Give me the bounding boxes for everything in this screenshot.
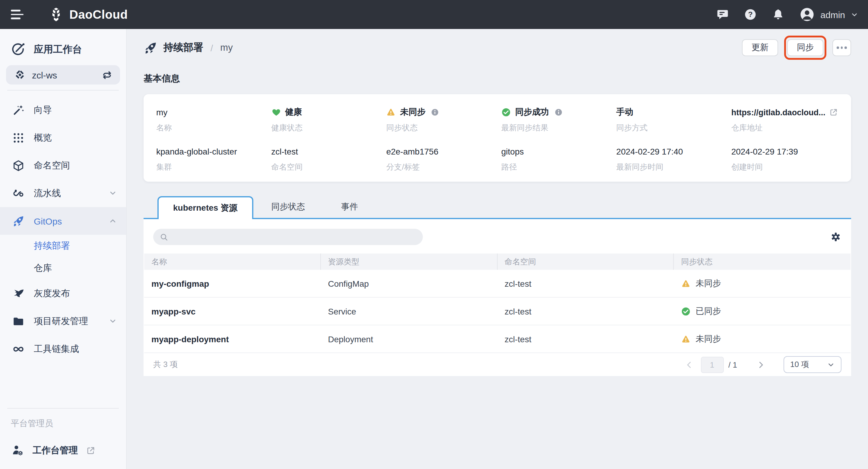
field-value[interactable]: https://gitlab.daocloud... [732, 108, 826, 117]
field-label: 仓库地址 [732, 122, 846, 134]
prev-page-icon[interactable] [684, 360, 693, 369]
tab-sync-status[interactable]: 同步状态 [253, 196, 323, 218]
field-value: zcl-test [271, 146, 386, 157]
info-icon[interactable] [554, 108, 563, 117]
daocloud-logo-icon [48, 7, 64, 22]
field-label: 集群 [156, 162, 271, 173]
section-title: 基本信息 [144, 73, 851, 85]
info-field-last-sync-time: 2024-02-29 17:40 最新同步时间 [616, 146, 731, 173]
notifications-icon[interactable] [772, 8, 785, 21]
sidebar-header: 应用工作台 [0, 37, 126, 62]
sidebar-item-namespace[interactable]: 命名空间 [0, 151, 126, 179]
column-header-type: 资源类型 [321, 254, 498, 270]
topbar-actions: ? admin [716, 7, 858, 22]
menu-toggle-icon[interactable] [11, 10, 24, 19]
sidebar-header-label: 应用工作台 [34, 43, 82, 56]
table-row[interactable]: myapp-deployment Deployment zcl-test 未同步 [144, 325, 850, 353]
resource-namespace: zcl-test [497, 298, 674, 325]
table-row[interactable]: myapp-svc Service zcl-test 已同步 [144, 298, 850, 325]
sidebar-item-overview[interactable]: 概览 [0, 124, 126, 151]
search-box[interactable] [153, 229, 423, 245]
sidebar-footer-divider [7, 408, 119, 409]
gear-icon[interactable] [830, 231, 841, 243]
chevron-up-icon [108, 217, 117, 225]
sidebar-item-repository[interactable]: 仓库 [0, 257, 126, 280]
tab-kubernetes-resources[interactable]: kubernetes 资源 [157, 196, 253, 219]
sidebar-item-label: 工具链集成 [34, 343, 79, 355]
sidebar-item-label: GitOps [34, 216, 62, 226]
chevron-down-icon [108, 317, 117, 325]
total-count: 共 3 项 [153, 359, 178, 370]
resource-name[interactable]: myapp-svc [144, 298, 321, 325]
sidebar-footer: 平台管理员 工作台管理 [0, 408, 126, 457]
field-value: e2e-amb1756 [386, 146, 501, 157]
heart-icon [271, 108, 281, 117]
current-page-input[interactable]: 1 [701, 356, 723, 373]
page-actions: 更新 同步 [742, 39, 851, 56]
workbench-admin-link[interactable]: 工作台管理 [0, 444, 126, 457]
more-actions-button[interactable] [832, 39, 851, 56]
switch-workspace-icon[interactable] [101, 69, 113, 81]
sync-button[interactable]: 同步 [787, 39, 824, 56]
warning-icon [681, 279, 691, 288]
breadcrumb-current: my [220, 42, 232, 53]
resource-namespace: zcl-test [497, 270, 674, 297]
page-header: 持续部署 / my 更新 同步 [144, 29, 851, 66]
column-header-sync-status: 同步状态 [674, 254, 851, 270]
field-label: 命名空间 [271, 162, 386, 173]
sidebar-item-continuous-deployment[interactable]: 持续部署 [0, 235, 126, 257]
resource-name[interactable]: my-configmap [144, 270, 321, 297]
sidebar-menu: 向导 概览 命名空 [0, 96, 126, 363]
resource-sync-status: 已同步 [674, 298, 851, 325]
tab-bar: kubernetes 资源 同步状态 事件 [144, 196, 851, 219]
sidebar-item-label: 持续部署 [34, 240, 70, 252]
info-icon[interactable] [431, 108, 439, 117]
sidebar-item-wizard[interactable]: 向导 [0, 96, 126, 124]
basic-info-card: my 名称 健康 健康状态 未同步 同步状态 [144, 94, 851, 182]
field-label: 创建时间 [732, 162, 846, 173]
next-page-icon[interactable] [756, 360, 766, 369]
info-field-namespace: zcl-test 命名空间 [271, 146, 386, 173]
rocket-icon [144, 41, 157, 55]
sidebar-item-project-management[interactable]: 项目研发管理 [0, 307, 126, 335]
feedback-icon[interactable] [716, 8, 729, 21]
breadcrumb-separator: / [211, 42, 213, 53]
avatar [799, 7, 815, 22]
user-name: admin [820, 9, 845, 20]
table-row[interactable]: my-configmap ConfigMap zcl-test 未同步 [144, 270, 850, 298]
info-field-name: my 名称 [156, 107, 271, 134]
breadcrumb: 持续部署 / my [144, 41, 233, 55]
help-icon[interactable]: ? [744, 8, 757, 21]
sidebar-item-label: 仓库 [34, 263, 52, 274]
sidebar-item-gitops[interactable]: GitOps [0, 207, 126, 235]
brand-logo: DaoCloud [48, 7, 128, 22]
field-label: 同步方式 [616, 122, 731, 134]
update-button[interactable]: 更新 [742, 39, 778, 56]
sidebar-item-toolchain[interactable]: 工具链集成 [0, 335, 126, 363]
wand-icon [12, 104, 25, 116]
user-menu[interactable]: admin [799, 7, 858, 22]
brand-name: DaoCloud [69, 7, 128, 22]
sidebar-item-label: 向导 [34, 104, 52, 116]
workbench-admin-label: 工作台管理 [33, 444, 78, 456]
field-value: kpanda-global-cluster [156, 146, 271, 157]
admin-person-icon [11, 444, 24, 457]
warning-icon [681, 334, 691, 344]
field-value: gitops [501, 146, 616, 157]
page-size-select[interactable]: 10 项 [783, 356, 841, 373]
sidebar-item-canary-release[interactable]: 灰度发布 [0, 280, 126, 307]
breadcrumb-section[interactable]: 持续部署 [163, 41, 203, 54]
workspace-selector[interactable]: zcl-ws [6, 65, 120, 85]
info-field-created-time: 2024-02-29 17:39 创建时间 [732, 146, 846, 173]
search-input[interactable] [173, 232, 417, 242]
tab-events[interactable]: 事件 [323, 196, 376, 218]
sidebar-divider [7, 90, 119, 91]
search-icon [159, 232, 169, 242]
info-field-sync-status: 未同步 同步状态 [386, 107, 501, 134]
sidebar-item-pipeline[interactable]: 流水线 [0, 179, 126, 207]
resource-name[interactable]: myapp-deployment [144, 325, 321, 352]
sync-button-wrap: 同步 [787, 39, 824, 56]
field-label: 健康状态 [271, 122, 386, 134]
external-link-icon[interactable] [830, 108, 838, 117]
cube-icon [12, 159, 25, 172]
